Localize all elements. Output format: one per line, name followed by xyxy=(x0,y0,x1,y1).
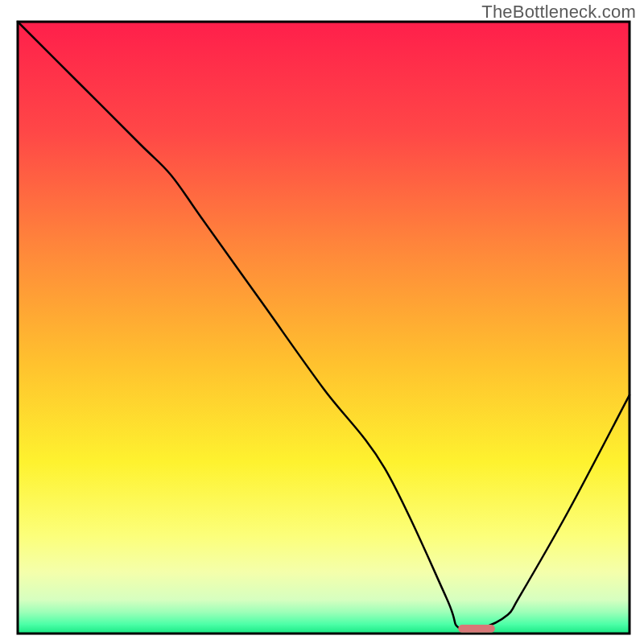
watermark-text: TheBottleneck.com xyxy=(481,2,636,23)
bottleneck-chart xyxy=(0,0,644,644)
optimal-marker xyxy=(458,625,495,633)
chart-container: TheBottleneck.com xyxy=(0,0,644,644)
